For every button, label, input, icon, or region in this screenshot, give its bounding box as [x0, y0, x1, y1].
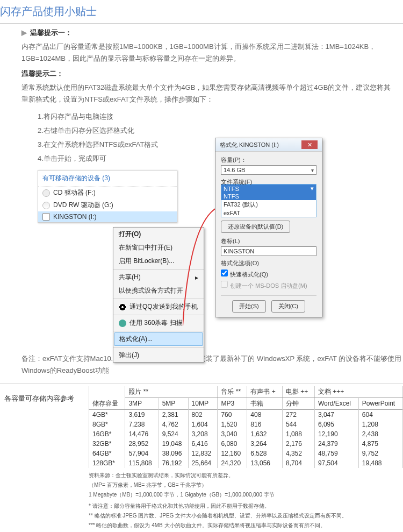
- drive-item-selected[interactable]: KINGSTON (I:): [38, 211, 177, 222]
- shield-icon: [119, 320, 126, 327]
- tip2-body: 通常系统默认使用的FAT32磁盘系统最大单个文件为4GB，如果您需要存储高清视频…: [21, 82, 398, 105]
- capacity-label: 容量(P)：: [221, 156, 316, 164]
- menu-new-window[interactable]: 在新窗口中打开(E): [113, 241, 204, 254]
- dvd-icon: [42, 202, 50, 209]
- quick-format-label: 快速格式化(Q): [230, 271, 268, 278]
- volume-input[interactable]: KINGSTON: [221, 246, 316, 256]
- usb-icon: [42, 213, 50, 221]
- format-dialog: 格式化 KINGSTON (I:) ✕ 容量(P)： 14.6 GB▾ 文件系统…: [215, 138, 322, 317]
- tip1-body: 内存产品出厂的容量通常是按照1MB=1000KB，1GB=1000MB计算，而操…: [21, 41, 398, 65]
- drive-item[interactable]: CD 驱动器 (F:): [38, 187, 177, 199]
- page-title: 闪存产品使用小贴士: [0, 0, 403, 23]
- divider: [0, 23, 403, 24]
- tip2-head: 温馨提示二：: [21, 69, 398, 79]
- qq-icon: [119, 303, 126, 311]
- volume-label: 卷标(L): [221, 237, 316, 245]
- chevron-down-icon: ▾: [311, 167, 314, 173]
- step: 2.右键单击闪存分区选择格式化: [38, 124, 398, 138]
- menu-qq-send[interactable]: 通过QQ发送到我的手机: [113, 300, 204, 314]
- step: 1.将闪存产品与电脑连接: [38, 110, 398, 124]
- fs-option[interactable]: FAT32 (默认): [221, 200, 316, 209]
- filesystem-select[interactable]: NTFS▾ NTFS FAT32 (默认) exFAT: [221, 184, 316, 217]
- menu-eject[interactable]: 弹出(J): [113, 349, 204, 362]
- drive-item[interactable]: DVD RW 驱动器 (G:): [38, 199, 177, 211]
- explorer-header: 有可移动存储的设备 (3): [38, 171, 177, 187]
- dialog-title: 格式化 KINGSTON (I:): [220, 141, 301, 149]
- table-caption: 各容量可存储内容参考: [0, 386, 89, 532]
- chevron-down-icon: ▾: [311, 185, 314, 192]
- close-icon[interactable]: ✕: [301, 140, 318, 149]
- quick-format-checkbox[interactable]: [221, 269, 228, 276]
- fs-option[interactable]: exFAT: [221, 209, 316, 217]
- menu-portable[interactable]: 以便携式设备方式打开: [113, 284, 204, 297]
- context-menu: 打开(O) 在新窗口中打开(E) 启用 BitLocker(B)... 共享(H…: [113, 227, 204, 363]
- restore-defaults-button[interactable]: 还原设备的默认值(D): [221, 221, 290, 233]
- capacity-select[interactable]: 14.6 GB▾: [221, 165, 316, 175]
- explorer-window: 有可移动存储的设备 (3) CD 驱动器 (F:) DVD RW 驱动器 (G:…: [38, 170, 177, 223]
- close-button[interactable]: 关闭(C): [271, 300, 305, 313]
- menu-bitlocker[interactable]: 启用 BitLocker(B)...: [113, 254, 204, 268]
- msdos-checkbox: [221, 281, 228, 288]
- menu-open[interactable]: 打开(O): [113, 228, 204, 241]
- menu-format[interactable]: 格式化(A)...: [114, 332, 203, 346]
- menu-360-scan[interactable]: 使用 360杀毒 扫描: [113, 316, 204, 330]
- triangle-icon: ▶: [21, 29, 27, 37]
- table-notes: 资料来源：金士顿实验室测试结果，实际情况可能有所差异。（MP= 百万像素，MB=…: [89, 468, 403, 532]
- start-button[interactable]: 开始(S): [232, 300, 266, 313]
- menu-share[interactable]: 共享(H)▸: [113, 271, 204, 284]
- msdos-label: 创建一个 MS-DOS 启动盘(M): [230, 282, 307, 289]
- cd-icon: [42, 189, 50, 197]
- options-label: 格式化选项(O): [221, 259, 316, 267]
- tip1-head: ▶温馨提示一：: [21, 28, 398, 38]
- storage-table: 储存容量照片 **音乐 **有声书 +电影 ++文档 +++3MP5MP10MP…: [89, 386, 403, 468]
- fs-option[interactable]: NTFS: [221, 193, 316, 200]
